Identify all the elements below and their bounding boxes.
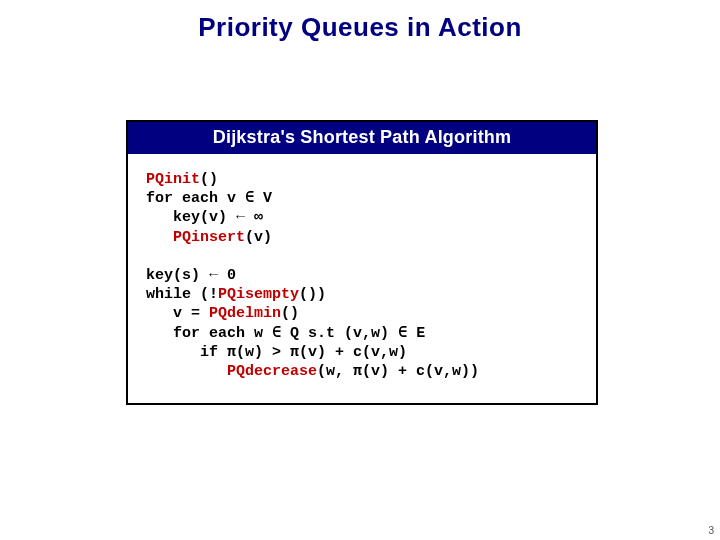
code-frag: key(s) <box>146 267 209 284</box>
code-frag: while (! <box>146 286 218 303</box>
sym-larr: ← <box>209 267 218 284</box>
code-frag: 0 <box>218 267 236 284</box>
sym-larr: ← <box>236 209 245 226</box>
sym-inf: ∞ <box>254 209 263 226</box>
code-frag: v = <box>146 305 209 322</box>
code-frag: () <box>200 171 218 188</box>
sym-pi: π <box>353 363 362 380</box>
code-frag: for each v <box>146 190 245 207</box>
code-frag <box>146 229 173 246</box>
page-number: 3 <box>708 525 714 536</box>
kw-pqinsert: PQinsert <box>173 229 245 246</box>
code-frag: (v) + c(v,w) <box>299 344 407 361</box>
code-frag: Q s.t (v,w) <box>281 325 398 342</box>
code-frag: (v) <box>245 229 272 246</box>
code-frag: V <box>254 190 272 207</box>
sym-pi: π <box>290 344 299 361</box>
sym-in: ∈ <box>398 325 407 342</box>
code-frag <box>245 209 254 226</box>
algorithm-box-header: Dijkstra's Shortest Path Algorithm <box>128 122 596 154</box>
sym-in: ∈ <box>245 190 254 207</box>
sym-in: ∈ <box>272 325 281 342</box>
code-frag <box>146 363 227 380</box>
sym-pi: π <box>227 344 236 361</box>
code-frag: key(v) <box>146 209 236 226</box>
code-frag: ()) <box>299 286 326 303</box>
kw-pqinit: PQinit <box>146 171 200 188</box>
algorithm-box: Dijkstra's Shortest Path Algorithm PQini… <box>126 120 598 405</box>
code-frag: (w) > <box>236 344 290 361</box>
algorithm-code: PQinit() for each v ∈ V key(v) ← ∞ PQins… <box>128 154 596 403</box>
code-frag: (v) + c(v,w)) <box>362 363 479 380</box>
code-frag: E <box>407 325 425 342</box>
kw-pqisempty: PQisempty <box>218 286 299 303</box>
slide: Priority Queues in Action Dijkstra's Sho… <box>0 0 720 540</box>
kw-pqdelmin: PQdelmin <box>209 305 281 322</box>
slide-title: Priority Queues in Action <box>0 0 720 43</box>
code-frag: if <box>146 344 227 361</box>
code-frag: for each w <box>146 325 272 342</box>
kw-pqdecrease: PQdecrease <box>227 363 317 380</box>
code-frag: () <box>281 305 299 322</box>
code-frag: (w, <box>317 363 353 380</box>
